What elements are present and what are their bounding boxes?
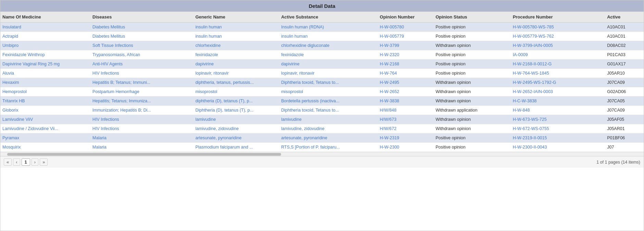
cell-procedure[interactable]: H-W-2300-II-0043 xyxy=(511,143,605,152)
cell-opinion_num[interactable]: H-W-2495 xyxy=(378,78,433,87)
next-page-button[interactable]: › xyxy=(31,158,38,166)
cell-procedure[interactable]: H-W-764-WS-1845 xyxy=(511,69,605,78)
cell-generic[interactable]: fexinidazole xyxy=(193,50,279,60)
cell-substance[interactable]: misoprostol xyxy=(279,87,378,97)
cell-opinion_num[interactable]: H-W-2652 xyxy=(378,87,433,97)
cell-procedure[interactable]: H-W-848 xyxy=(511,106,605,115)
cell-opinion_num[interactable]: H-W-005780 xyxy=(378,23,433,32)
cell-medicine[interactable]: Actrapid xyxy=(0,32,90,41)
cell-diseases[interactable]: Hepatitis; Tetanus; Immuniza... xyxy=(90,97,193,106)
cell-active: J07 xyxy=(605,143,644,152)
cell-generic[interactable]: lopinavir, ritonavir xyxy=(193,69,279,78)
cell-substance[interactable]: dapivirine xyxy=(279,60,378,69)
table-row: HexaximHepatitis B; Tetanus; Immuni...di… xyxy=(0,78,644,87)
cell-procedure[interactable]: H-W-2168-II-0012-G xyxy=(511,60,605,69)
cell-diseases[interactable]: HIV Infections xyxy=(90,69,193,78)
cell-diseases[interactable]: Diabetes Mellitus xyxy=(90,32,193,41)
cell-generic[interactable]: insulin human xyxy=(193,23,279,32)
cell-substance[interactable]: fexinidazole xyxy=(279,50,378,60)
cell-opinion_num[interactable]: H/W/672 xyxy=(378,124,433,133)
cell-procedure[interactable]: H-W-3799-IAIN-0005 xyxy=(511,41,605,50)
cell-substance[interactable]: chlorhexidine digluconate xyxy=(279,41,378,50)
cell-generic[interactable]: chlorhexidine xyxy=(193,41,279,50)
cell-medicine[interactable]: Mosquirix xyxy=(0,143,90,152)
cell-generic[interactable]: lamivudine, zidovudine xyxy=(193,124,279,133)
cell-procedure[interactable]: H-W-673-WS-725 xyxy=(511,115,605,124)
cell-substance[interactable]: Insulin human (RDNA) xyxy=(279,23,378,32)
cell-procedure[interactable]: H-W-005779-WS-762 xyxy=(511,32,605,41)
cell-opinion_num[interactable]: H-W-2320 xyxy=(378,50,433,60)
page-info: 1 of 1 pages (14 items) xyxy=(596,160,640,165)
cell-medicine[interactable]: Lamivudine ViiV xyxy=(0,115,90,124)
cell-diseases[interactable]: Trypanosomiasis, African xyxy=(90,50,193,60)
cell-opinion_num[interactable]: H-W-3799 xyxy=(378,41,433,50)
current-page: 1 xyxy=(22,158,30,166)
cell-substance[interactable]: insulin human xyxy=(279,32,378,41)
cell-generic[interactable]: Plasmodium falciparum and ... xyxy=(193,143,279,152)
last-page-button[interactable]: » xyxy=(40,158,48,166)
cell-opinion_num[interactable]: H-W-764 xyxy=(378,69,433,78)
cell-procedure[interactable]: H-W-2495-WS-1792-G xyxy=(511,78,605,87)
col-header-procedure: Procedure Number xyxy=(511,12,605,23)
cell-substance[interactable]: RTS,S [Portion of P. falciparu... xyxy=(279,143,378,152)
scrollbar-thumb[interactable] xyxy=(7,153,281,156)
cell-substance[interactable]: Bordetella pertussis (inactiva... xyxy=(279,97,378,106)
cell-substance[interactable]: Diphtheria toxoid, Tetanus to... xyxy=(279,106,378,115)
cell-opinion_num[interactable]: H/W/673 xyxy=(378,115,433,124)
cell-diseases[interactable]: Anti-HIV Agents xyxy=(90,60,193,69)
cell-diseases[interactable]: Malaria xyxy=(90,133,193,143)
cell-opinion_num[interactable]: H-W-2168 xyxy=(378,60,433,69)
cell-medicine[interactable]: Tritanrix HB xyxy=(0,97,90,106)
cell-diseases[interactable]: Diabetes Mellitus xyxy=(90,23,193,32)
cell-medicine[interactable]: Insulatard xyxy=(0,23,90,32)
cell-generic[interactable]: diphtheria, tetanus, pertussis... xyxy=(193,78,279,87)
cell-substance[interactable]: lamivudine xyxy=(279,115,378,124)
cell-procedure[interactable]: H-W-2652-IAIN-0003 xyxy=(511,87,605,97)
cell-procedure[interactable]: H-W-005780-WS-785 xyxy=(511,23,605,32)
cell-diseases[interactable]: Malaria xyxy=(90,143,193,152)
cell-generic[interactable]: lamivudine xyxy=(193,115,279,124)
cell-medicine[interactable]: Fexinidazole Winthrop xyxy=(0,50,90,60)
cell-substance[interactable]: artesunate, pyronaridine xyxy=(279,133,378,143)
cell-generic[interactable]: misoprostol xyxy=(193,87,279,97)
cell-substance[interactable]: lamivudine, zidovudine xyxy=(279,124,378,133)
cell-medicine[interactable]: Umbipro xyxy=(0,41,90,50)
cell-diseases[interactable]: Hepatitis B; Tetanus; Immuni... xyxy=(90,78,193,87)
cell-medicine[interactable]: Dapivirine Vaginal Ring 25 mg xyxy=(0,60,90,69)
cell-diseases[interactable]: Soft Tissue Infections xyxy=(90,41,193,50)
cell-opinion_num[interactable]: H-W-3838 xyxy=(378,97,433,106)
cell-generic[interactable]: artesunate, pyronaridine xyxy=(193,133,279,143)
prev-page-button[interactable]: ‹ xyxy=(13,158,20,166)
cell-substance[interactable]: lopinavir, ritonavir xyxy=(279,69,378,78)
cell-diseases[interactable]: Immunization; Hepatitis B; Di... xyxy=(90,106,193,115)
horizontal-scrollbar[interactable] xyxy=(0,152,644,156)
cell-opinion_status: Withdrawn application xyxy=(433,106,510,115)
cell-generic[interactable]: dapivirine xyxy=(193,60,279,69)
cell-opinion_num[interactable]: H-W-005779 xyxy=(378,32,433,41)
cell-active: G01AX17 xyxy=(605,60,644,69)
cell-medicine[interactable]: Pyramax xyxy=(0,133,90,143)
cell-medicine[interactable]: Hemoprostol xyxy=(0,87,90,97)
cell-generic[interactable]: insulin human xyxy=(193,32,279,41)
first-page-button[interactable]: « xyxy=(4,158,12,166)
cell-opinion_num[interactable]: H/W/848 xyxy=(378,106,433,115)
cell-diseases[interactable]: HIV Infections xyxy=(90,115,193,124)
cell-opinion_status: Withdrawn opinion xyxy=(433,41,510,50)
cell-opinion_num[interactable]: H-W-2319 xyxy=(378,133,433,143)
cell-diseases[interactable]: HIV Infections xyxy=(90,124,193,133)
cell-generic[interactable]: diphtheria (D), tetanus (T), p... xyxy=(193,97,279,106)
cell-opinion_num[interactable]: H-W-2300 xyxy=(378,143,433,152)
cell-medicine[interactable]: Lamivudine / Zidovudine Vii... xyxy=(0,124,90,133)
cell-procedure[interactable]: IA-0009 xyxy=(511,50,605,60)
cell-procedure[interactable]: H-C-W-3838 xyxy=(511,97,605,106)
cell-opinion_status: Positive opinion xyxy=(433,23,510,32)
cell-medicine[interactable]: Aluvia xyxy=(0,69,90,78)
cell-substance[interactable]: Diphtheria toxoid, Tetanus to... xyxy=(279,78,378,87)
cell-procedure[interactable]: H-W-672-WS-0755 xyxy=(511,124,605,133)
cell-medicine[interactable]: Globorix xyxy=(0,106,90,115)
cell-active: P01BF06 xyxy=(605,133,644,143)
cell-procedure[interactable]: H-W-2319-II-0015 xyxy=(511,133,605,143)
cell-medicine[interactable]: Hexaxim xyxy=(0,78,90,87)
cell-generic[interactable]: Diphtheria (D), tetanus (T), p... xyxy=(193,106,279,115)
cell-diseases[interactable]: Postpartum Hemorrhage xyxy=(90,87,193,97)
